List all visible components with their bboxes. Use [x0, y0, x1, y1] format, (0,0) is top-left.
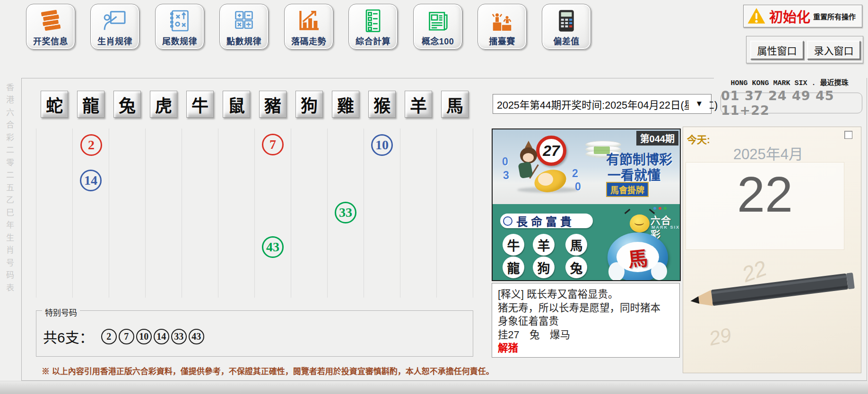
mascot-icon: [630, 214, 650, 232]
special-ball: 2: [101, 329, 117, 344]
recent-draw-numbers: 01 37 24 49 45 11+22: [720, 93, 862, 113]
calendar-panel: 今天: 2025年4月 22 22 29: [683, 127, 861, 373]
toolbar-button-draw-info[interactable]: 开奖信息: [26, 4, 75, 50]
interpretation-answer: 解猪: [498, 342, 674, 355]
toolbar-label: 落碼走勢: [291, 34, 326, 47]
toolbar-button-points-pattern[interactable]: 點數規律: [219, 4, 269, 50]
pencil-image: [687, 264, 857, 317]
poster-zodiac-dog: 狗: [533, 257, 555, 278]
toolbar-label: 偏差值: [553, 34, 580, 47]
chevron-down-icon: ▼: [695, 99, 703, 109]
special-count-label: 共6支：: [43, 326, 94, 347]
calendar-day-number: 22: [686, 169, 844, 219]
warning-icon: [746, 7, 766, 26]
logo-dots-icon: [653, 207, 667, 210]
poster-zodiac-rabbit: 兔: [565, 257, 587, 278]
zodiac-button-horse[interactable]: 馬: [441, 91, 469, 118]
reset-all-label: 重置所有操作: [813, 11, 856, 21]
zodiac-button-rooster[interactable]: 雞: [332, 91, 359, 118]
grid-ball-10[interactable]: 10: [371, 134, 393, 156]
window-buttons-group: 属性窗口 录入窗口: [746, 36, 863, 63]
toolbar-label: 點數規律: [226, 34, 261, 47]
main-panel-left-border: [21, 78, 22, 380]
draw-selector-value: 2025年第44期开奖时间:2025年04月22日(星期二): [493, 97, 718, 111]
poster-zodiac-goat: 羊: [533, 234, 555, 256]
grid-ball-33[interactable]: 33: [335, 202, 356, 223]
zodiac-button-rabbit[interactable]: 兔: [113, 91, 141, 118]
idiom-banner: 長命富貴: [500, 214, 593, 228]
special-numbers-groupbox: 特别号码 共6支： 2 7 10 14 33 43: [36, 310, 473, 357]
poster-issue-label: 第044期: [636, 131, 678, 146]
toolbar-button-trend[interactable]: 落碼走勢: [284, 4, 333, 50]
entry-window-button[interactable]: 录入窗口: [807, 41, 860, 60]
math-grid-icon: [231, 8, 257, 34]
poster-zodiac-horse: 馬: [565, 234, 587, 256]
cartoon-boy-body: [518, 162, 533, 179]
properties-window-button[interactable]: 属性窗口: [750, 41, 804, 60]
zodiac-button-goat[interactable]: 羊: [405, 91, 432, 118]
special-ball: 10: [136, 329, 152, 344]
app-window: { "toolbar": { "buttons": [ { "label": "…: [0, 0, 868, 394]
toolbar-label: 擂臺賽: [489, 34, 515, 47]
interpretation-line: 身象征着富贵: [498, 315, 674, 328]
toolbar-label: 概念100: [422, 34, 454, 47]
floating-digit: 0: [502, 155, 508, 168]
calculator-icon: [553, 8, 580, 34]
interpretation-line: [释义] 既长寿又富裕显贵。: [498, 288, 674, 301]
grid-ball-7[interactable]: 7: [262, 134, 284, 155]
special-ball: 33: [171, 329, 187, 344]
interpretation-panel: [释义] 既长寿又富裕显贵。 猪无寿，所以长寿是愿望，同时猪本 身象征着富贵 挂…: [492, 283, 680, 358]
poster-zodiac-dragon: 龍: [503, 257, 524, 278]
toolbar-button-composite-calc[interactable]: 綜合計算: [348, 4, 398, 50]
ball-character: 馬: [626, 241, 649, 272]
zodiac-button-snake[interactable]: 蛇: [41, 91, 68, 118]
initialize-button[interactable]: 初始化 重置所有操作: [743, 5, 862, 27]
lottery-poster: 第044期 27 0 3 2 0 有節制博彩 一看就懂 馬會掛牌 長命富貴 牛 …: [492, 128, 681, 281]
mark-six-logo-subtext: MARK SIX: [651, 225, 680, 230]
special-ball: 7: [119, 329, 134, 344]
floating-digit: 2: [572, 167, 578, 180]
toolbar-label: 綜合計算: [356, 34, 391, 47]
cartoon-boy-face: [523, 153, 534, 162]
initialize-label: 初始化: [769, 6, 810, 26]
jockey-club-badge: 馬會掛牌: [606, 182, 649, 197]
grid-ball-2[interactable]: 2: [80, 134, 102, 156]
presenter-icon: [102, 8, 128, 34]
speed-sign-27: 27: [536, 136, 566, 166]
zodiac-button-dragon[interactable]: 龍: [77, 91, 104, 118]
zodiac-button-pig[interactable]: 豬: [259, 91, 286, 118]
toolbar-button-zodiac-pattern[interactable]: 生肖规律: [90, 4, 139, 50]
toolbar-label: 开奖信息: [33, 34, 68, 47]
crown-icon: [525, 141, 532, 148]
zodiac-button-rat[interactable]: 鼠: [223, 91, 250, 118]
lottery-ball: 馬: [608, 232, 668, 281]
main-panel-right-border: [867, 78, 867, 380]
toolbar-button-tail-pattern[interactable]: 尾数规律: [155, 4, 204, 50]
grid-ball-14[interactable]: 14: [80, 170, 102, 191]
special-numbers-row: 共6支： 2 7 10 14 33 43: [43, 326, 204, 347]
zodiac-button-tiger[interactable]: 虎: [150, 91, 177, 118]
idiom-text: 長命富貴: [516, 213, 575, 229]
mascot-arm: [625, 209, 631, 214]
zodiac-button-ox[interactable]: 牛: [186, 91, 214, 118]
zodiac-button-dog[interactable]: 狗: [295, 91, 323, 118]
toolbar-button-deviation[interactable]: 偏差值: [542, 4, 591, 50]
floating-digit: 0: [575, 180, 581, 193]
newspaper-icon: [425, 8, 451, 34]
interpretation-line: 猪无寿，所以长寿是愿望，同时猪本: [498, 301, 674, 315]
calendar-checkbox[interactable]: [844, 131, 852, 139]
cartoon-pig-face: [538, 173, 553, 186]
window-footer-strip: [0, 381, 868, 394]
books-icon: [37, 8, 64, 34]
toolbar-button-concept100[interactable]: 概念100: [413, 4, 462, 50]
toolbar-label: 生肖规律: [97, 34, 132, 47]
special-numbers-title: 特别号码: [42, 306, 80, 318]
dropdown-arrow-button[interactable]: ▼: [689, 96, 710, 112]
podium-icon: [489, 8, 515, 34]
strategy-notebook-icon: [166, 8, 193, 34]
grid-ball-43[interactable]: 43: [262, 236, 284, 258]
zodiac-button-monkey[interactable]: 猴: [368, 91, 396, 118]
draw-selector-dropdown[interactable]: 2025年第44期开奖时间:2025年04月22日(星期二) ▼: [493, 94, 712, 114]
checklist-icon: [360, 8, 386, 34]
toolbar-button-arena[interactable]: 擂臺賽: [477, 4, 527, 50]
